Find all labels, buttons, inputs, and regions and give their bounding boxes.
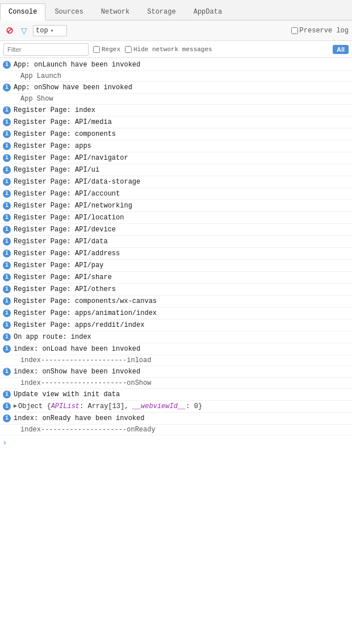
log-indent: index---------------------inload xyxy=(0,355,352,366)
info-icon: i xyxy=(2,260,11,271)
log-entry: iRegister Page: API/ui xyxy=(0,164,352,176)
info-icon: i xyxy=(2,189,11,199)
info-icon: i xyxy=(2,165,11,175)
regex-label[interactable]: Regex xyxy=(102,46,120,53)
tab-console[interactable]: Console xyxy=(0,3,45,20)
regex-checkbox[interactable] xyxy=(93,46,100,53)
info-icon: i xyxy=(2,236,11,247)
prompt-icon: › xyxy=(2,438,7,447)
log-entry: iRegister Page: API/device xyxy=(0,224,352,236)
log-text: Register Page: apps/animation/index xyxy=(14,308,157,318)
log-text: App: onShow have been invoked xyxy=(14,82,132,93)
tab-bar: Console Sources Network Storage AppData xyxy=(0,0,352,20)
log-entry: iRegister Page: API/others xyxy=(0,284,352,296)
log-entry: iRegister Page: API/pay xyxy=(0,260,352,272)
preserve-log-checkbox[interactable] xyxy=(291,27,298,34)
log-entry: iRegister Page: components/wx-canvas xyxy=(0,296,352,308)
object-text: Object {APIList: Array[13], __webviewId_… xyxy=(18,401,202,412)
log-entry: iRegister Page: API/data-storage xyxy=(0,176,352,188)
info-icon: i xyxy=(2,153,11,163)
log-text: Register Page: API/data-storage xyxy=(14,177,140,187)
info-icon: i xyxy=(2,389,11,400)
hide-network-option[interactable]: Hide network messages xyxy=(125,46,212,53)
log-text: Register Page: index xyxy=(14,105,95,115)
info-icon: i xyxy=(2,320,11,330)
tab-storage[interactable]: Storage xyxy=(139,3,184,20)
log-entry: iRegister Page: API/share xyxy=(0,272,352,284)
log-text: Register Page: API/location xyxy=(14,213,124,223)
log-entry: iRegister Page: index xyxy=(0,105,352,117)
log-text: On app route: index xyxy=(14,332,91,342)
preserve-log-label[interactable]: Preserve log xyxy=(300,27,349,35)
info-icon: i xyxy=(2,272,11,282)
log-entry: iRegister Page: API/data xyxy=(0,236,352,248)
log-text: App: onLaunch have been invoked xyxy=(14,60,140,70)
log-text: Register Page: API/address xyxy=(14,248,120,259)
log-entry: iRegister Page: apps/reddit/index xyxy=(0,319,352,331)
log-entry: iindex: onLoad have been invoked xyxy=(0,343,352,355)
log-text: Register Page: API/device xyxy=(14,225,116,235)
context-selector[interactable]: top ▾ xyxy=(33,25,67,36)
info-icon: i xyxy=(2,213,11,223)
all-button[interactable]: All xyxy=(333,45,349,54)
hide-network-checkbox[interactable] xyxy=(125,46,132,53)
object-entry[interactable]: i▶Object {APIList: Array[13], __webviewI… xyxy=(0,401,352,413)
expand-icon[interactable]: ▶ xyxy=(14,401,17,412)
info-icon: i xyxy=(2,401,11,412)
info-icon: i xyxy=(2,308,11,318)
tab-appdata[interactable]: AppData xyxy=(185,3,231,20)
prompt-line[interactable]: › xyxy=(0,437,352,449)
info-icon: i xyxy=(2,105,11,115)
tab-network[interactable]: Network xyxy=(93,3,138,20)
log-entry: iRegister Page: API/media xyxy=(0,117,352,128)
context-label: top xyxy=(36,27,48,35)
info-icon: i xyxy=(2,60,11,70)
log-text: Register Page: API/media xyxy=(14,117,112,127)
filter-bar: Regex Hide network messages All xyxy=(0,41,352,58)
log-text: Register Page: API/others xyxy=(14,284,116,294)
filter-input[interactable] xyxy=(3,43,89,56)
log-entry: iRegister Page: API/account xyxy=(0,188,352,200)
regex-option[interactable]: Regex xyxy=(93,46,120,53)
log-text: Register Page: API/navigator xyxy=(14,153,128,163)
log-indent: index---------------------onReady xyxy=(0,425,352,435)
info-icon: i xyxy=(2,367,11,377)
log-indent: App Launch xyxy=(0,71,352,82)
log-text: index: onLoad have been invoked xyxy=(14,344,140,354)
filter-button[interactable]: ▽ xyxy=(18,25,30,36)
preserve-log-container: Preserve log xyxy=(291,27,349,35)
log-text: index: onReady have been invoked xyxy=(14,413,144,423)
hide-network-label[interactable]: Hide network messages xyxy=(133,46,212,53)
log-text: Register Page: components/wx-canvas xyxy=(14,296,157,306)
log-entry: iOn app route: index xyxy=(0,331,352,343)
log-text: Update view with init data xyxy=(14,389,120,400)
log-text: Register Page: API/networking xyxy=(14,201,132,211)
log-entry: iindex: onReady have been invoked xyxy=(0,413,352,425)
info-icon: i xyxy=(2,82,11,93)
log-entry: iRegister Page: API/location xyxy=(0,212,352,224)
log-text: Register Page: API/ui xyxy=(14,165,99,175)
log-indent: index---------------------onShow xyxy=(0,378,352,389)
log-entry: iUpdate view with init data xyxy=(0,389,352,401)
tab-sources[interactable]: Sources xyxy=(46,3,91,20)
info-icon: i xyxy=(2,332,11,342)
log-entry: iRegister Page: API/networking xyxy=(0,200,352,212)
info-icon: i xyxy=(2,201,11,211)
log-text: Register Page: API/pay xyxy=(14,260,103,271)
log-text: Register Page: components xyxy=(14,129,116,139)
info-icon: i xyxy=(2,129,11,139)
log-entry: iRegister Page: components xyxy=(0,128,352,140)
log-entry: iRegister Page: apps/animation/index xyxy=(0,308,352,319)
log-indent: App Show xyxy=(0,94,352,105)
log-entry: iindex: onShow have been invoked xyxy=(0,366,352,378)
log-entry: iApp: onLaunch have been invoked xyxy=(0,59,352,71)
info-icon: i xyxy=(2,296,11,306)
toolbar: ⊘ ▽ top ▾ Preserve log xyxy=(0,20,352,41)
block-button[interactable]: ⊘ xyxy=(3,25,15,36)
log-entry: iRegister Page: API/address xyxy=(0,248,352,260)
preserve-log-checkbox-wrap[interactable]: Preserve log xyxy=(291,27,349,35)
log-entry: iRegister Page: apps xyxy=(0,140,352,152)
log-text: Register Page: apps/reddit/index xyxy=(14,320,144,330)
info-icon: i xyxy=(2,413,11,423)
info-icon: i xyxy=(2,248,11,259)
